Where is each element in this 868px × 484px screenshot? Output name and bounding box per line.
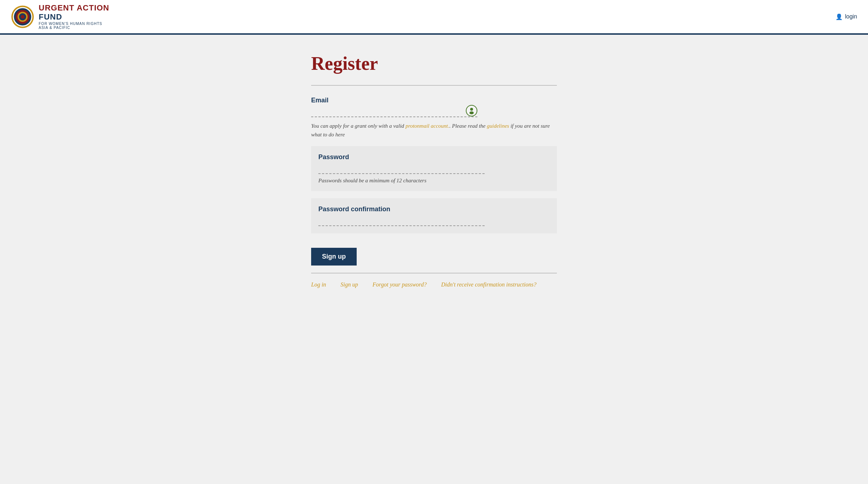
logo-text: URGENT ACTION FUND FOR WOMEN'S HUMAN RIG… bbox=[39, 4, 109, 30]
key-icon bbox=[466, 105, 477, 116]
person-icon: 👤 bbox=[835, 13, 843, 20]
bottom-divider bbox=[311, 273, 557, 273]
top-divider bbox=[311, 85, 557, 86]
resend-confirmation-link[interactable]: Didn't receive confirmation instructions… bbox=[441, 281, 537, 289]
password-confirm-section: Password confirmation bbox=[311, 198, 557, 233]
login-bottom-link[interactable]: Log in bbox=[311, 281, 326, 289]
password-confirm-label: Password confirmation bbox=[318, 205, 390, 213]
logo-subtitle: FOR WOMEN'S HUMAN RIGHTS ASIA & PACIFIC bbox=[39, 22, 109, 30]
signup-bottom-link[interactable]: Sign up bbox=[340, 281, 358, 289]
main-content: Register Email You can apply for a grant… bbox=[304, 35, 564, 307]
forgot-password-link[interactable]: Forgot your password? bbox=[373, 281, 427, 289]
logo-icon bbox=[11, 5, 34, 29]
email-input[interactable] bbox=[311, 104, 477, 117]
email-helper-text: You can apply for a grant only with a va… bbox=[311, 122, 557, 139]
password-section: Password Passwords should be a minimum o… bbox=[311, 146, 557, 191]
password-hint: Passwords should be a minimum of 12 char… bbox=[318, 178, 550, 184]
svg-point-6 bbox=[21, 15, 25, 18]
login-link[interactable]: 👤 login bbox=[835, 13, 857, 20]
page-title: Register bbox=[311, 53, 557, 74]
password-label: Password bbox=[318, 153, 349, 161]
password-input[interactable] bbox=[318, 161, 485, 174]
logo-area: URGENT ACTION FUND FOR WOMEN'S HUMAN RIG… bbox=[11, 4, 109, 30]
password-confirm-input[interactable] bbox=[318, 213, 485, 226]
logo-fund: FUND bbox=[39, 12, 109, 22]
email-field-wrapper bbox=[311, 104, 477, 117]
bottom-links: Log in Sign up Forgot your password? Did… bbox=[311, 281, 557, 289]
signup-button[interactable]: Sign up bbox=[311, 248, 357, 266]
logo-urgent-action: URGENT ACTION bbox=[39, 4, 109, 12]
email-label: Email bbox=[311, 97, 328, 104]
svg-point-9 bbox=[470, 108, 473, 111]
site-header: URGENT ACTION FUND FOR WOMEN'S HUMAN RIG… bbox=[0, 0, 868, 35]
guidelines-link[interactable]: guidelines bbox=[487, 123, 509, 129]
protonmail-link[interactable]: protonmail account. bbox=[405, 123, 449, 129]
svg-point-10 bbox=[469, 111, 474, 114]
email-section: Email You can apply for a grant only wit… bbox=[311, 97, 557, 139]
